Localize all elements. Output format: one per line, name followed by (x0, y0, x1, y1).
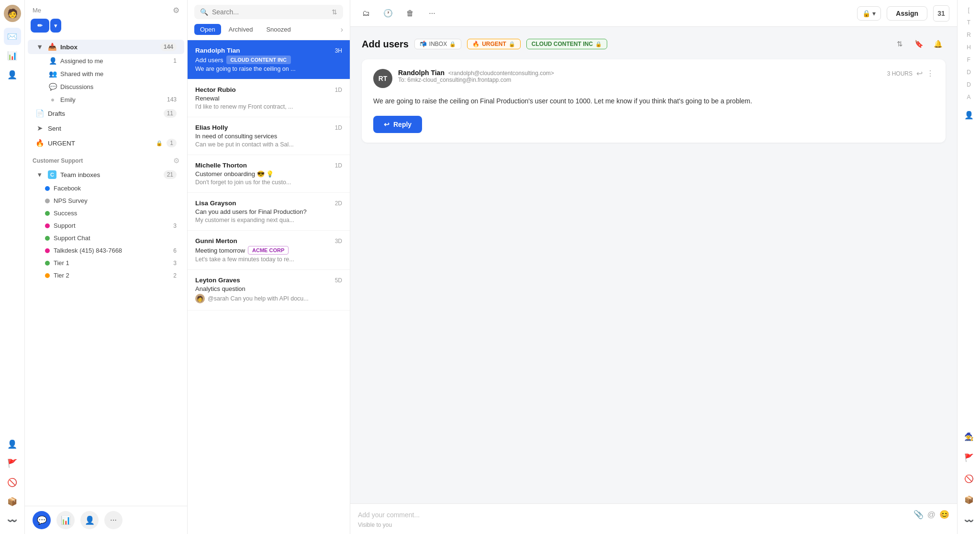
message-item[interactable]: Elias Holly 1D In need of consulting ser… (188, 117, 350, 155)
sender-name: Randolph Tian (398, 69, 445, 77)
chat-icon[interactable]: 💬 (33, 511, 51, 529)
msg-time: 1D (335, 162, 342, 169)
sidebar-item-emily[interactable]: ● Emily 143 (28, 93, 184, 106)
box-icon[interactable]: 📦 (4, 493, 21, 510)
filter-tab-archived[interactable]: Archived (223, 24, 259, 35)
lock-dropdown-button[interactable]: 🔒 ▾ (857, 6, 881, 21)
sidebar-item-urgent[interactable]: 🔥 URGENT 🔒 1 (28, 136, 184, 150)
sidebar-item-sent[interactable]: ➤ Sent (28, 121, 184, 135)
sidebar-item-team-inboxes[interactable]: ▾ C Team inboxes 21 (28, 167, 184, 182)
msg-subject-text: Can you add users for Final Production? (195, 208, 307, 215)
team-chevron-icon: ▾ (35, 170, 44, 179)
filter-tab-open[interactable]: Open (194, 24, 221, 35)
message-item[interactable]: Randolph Tian 3H Add usersCLOUD CONTENT … (188, 40, 350, 79)
circle-slash-icon[interactable]: 🚫 (4, 474, 21, 491)
flag-right-icon[interactable]: 🚩 (960, 449, 978, 466)
sidebar-item-support[interactable]: Support 3 (28, 220, 184, 232)
mention-icon[interactable]: @ (927, 510, 935, 520)
right-rail-letter-t[interactable]: T (958, 17, 980, 28)
contact-right-icon[interactable]: 👤 (960, 106, 978, 123)
avatar-right-icon[interactable]: 🧙 (960, 428, 978, 445)
msg-subject: Customer onboarding 😎 💡 (195, 170, 342, 178)
sidebar-item-assigned-to-me[interactable]: 👤 Assigned to me 1 (28, 55, 184, 67)
sidebar-item-talkdesk-(415)-843-7668[interactable]: Talkdesk (415) 843-7668 6 (28, 245, 184, 256)
msg-time: 3D (335, 238, 342, 245)
emoji-icon[interactable]: 😊 (939, 510, 949, 520)
right-rail-letter-[[interactable]: [ (958, 5, 980, 15)
no-circle-right-icon[interactable]: 🚫 (960, 470, 978, 487)
box-right-icon[interactable]: 📦 (960, 491, 978, 508)
right-rail-letter-f[interactable]: F (958, 55, 980, 65)
inbox-tag: 📬 INBOX 🔒 (414, 39, 461, 49)
sidebar-item-success[interactable]: Success (28, 207, 184, 219)
msg-sender: Lisa Grayson (195, 200, 236, 207)
preview-text: @sarah Can you help with API docu... (208, 295, 309, 302)
sort-icon[interactable]: ⇅ (332, 8, 337, 16)
sidebar-item-inbox[interactable]: ▾ 📥 Inbox 144 (28, 40, 184, 54)
filter-tab-snoozed[interactable]: Snoozed (260, 24, 296, 35)
right-rail-letter-r[interactable]: R (958, 30, 980, 40)
sidebar-item-discussions[interactable]: 💬 Discussions (28, 80, 184, 93)
more-icon[interactable]: ··· (104, 511, 122, 529)
message-item[interactable]: Michelle Thorton 1D Customer onboarding … (188, 155, 350, 193)
inbox-name: Talkdesk (415) 843-7668 (54, 247, 169, 254)
bar-chart-icon[interactable]: 📊 (56, 511, 75, 529)
reply-button[interactable]: ↩ Reply (373, 116, 422, 133)
message-list-panel: 🔍 ⇅ Open Archived Snoozed › Randolph Tia… (188, 0, 350, 534)
message-item[interactable]: Gunni Merton 3D Meeting tomorrowACME COR… (188, 231, 350, 270)
msg-sender: Leyton Graves (195, 277, 240, 284)
search-input[interactable] (212, 8, 328, 16)
waveform-icon[interactable]: 〰️ (4, 512, 21, 529)
msg-preview: 🧑 @sarah Can you help with API docu... (195, 294, 342, 303)
msg-preview: Don't forget to join us for the custo... (195, 179, 342, 186)
sidebar-item-facebook[interactable]: Facebook (28, 182, 184, 194)
assign-button[interactable]: Assign (887, 6, 927, 21)
msg-header: Leyton Graves 5D (195, 277, 342, 284)
sidebar-item-drafts[interactable]: 📄 Drafts 11 (28, 106, 184, 121)
msg-subject: Can you add users for Final Production? (195, 208, 342, 215)
right-rail-letter-d[interactable]: D (958, 79, 980, 90)
inbox-lock-icon: 🔒 (449, 41, 456, 47)
calendar-button[interactable]: 31 (933, 5, 949, 22)
right-rail-letter-a[interactable]: A (958, 92, 980, 102)
more-toolbar-icon[interactable]: ··· (424, 5, 440, 22)
filter-more-icon[interactable]: › (341, 25, 343, 34)
inbox-rail-icon[interactable]: ✉️ (4, 28, 21, 45)
message-item[interactable]: Hector Rubio 1D Renewal I'd like to rene… (188, 79, 350, 117)
paperclip-icon[interactable]: 📎 (913, 510, 924, 520)
flag-icon[interactable]: 🚩 (4, 455, 21, 472)
compose-button[interactable]: ✏ (31, 19, 49, 33)
msg-sender: Michelle Thorton (195, 162, 247, 169)
reply-quick-icon[interactable]: ↩ (916, 69, 923, 78)
archive-toolbar-icon[interactable]: 🗂 (358, 5, 374, 22)
sidebar-item-shared-with-me[interactable]: 👥 Shared with me (28, 67, 184, 80)
msg-preview: Let's take a few minutes today to re... (195, 256, 342, 263)
compose-dropdown-button[interactable]: ▾ (50, 19, 61, 33)
delete-toolbar-icon[interactable]: 🗑 (402, 5, 418, 22)
customer-support-settings-icon[interactable]: ⚙ (173, 156, 179, 165)
waveform-right-icon[interactable]: 〰️ (960, 512, 978, 529)
bell-icon[interactable]: 🔔 (930, 36, 946, 52)
contacts-bottom-icon[interactable]: 👤 (80, 511, 99, 529)
sidebar-item-tier-1[interactable]: Tier 1 3 (28, 257, 184, 269)
contacts-rail-icon[interactable]: 👤 (4, 66, 21, 83)
settings-icon[interactable]: ⚙ (173, 6, 179, 15)
more-email-icon[interactable]: ⋮ (926, 69, 934, 78)
person-icon[interactable]: 👤 (4, 435, 21, 453)
comment-input[interactable] (358, 511, 909, 519)
right-rail-letter-h[interactable]: H (958, 42, 980, 53)
msg-tag: ACME CORP (248, 246, 289, 255)
user-avatar[interactable]: 🧑 (4, 5, 21, 22)
up-down-icon[interactable]: ⇅ (892, 36, 907, 52)
stats-rail-icon[interactable]: 📊 (4, 47, 21, 64)
message-item[interactable]: Leyton Graves 5D Analytics question 🧑 @s… (188, 270, 350, 311)
bookmark-icon[interactable]: 🔖 (911, 36, 926, 52)
email-panel: 🗂 🕐 🗑 ··· 🔒 ▾ Assign 31 Add users 📬 INBO… (350, 0, 957, 534)
inbox-name: Facebook (54, 185, 177, 192)
clock-toolbar-icon[interactable]: 🕐 (380, 5, 396, 22)
sidebar-item-nps-survey[interactable]: NPS Survey (28, 195, 184, 207)
right-rail-letter-d[interactable]: D (958, 67, 980, 78)
message-item[interactable]: Lisa Grayson 2D Can you add users for Fi… (188, 193, 350, 231)
sidebar-item-support-chat[interactable]: Support Chat (28, 232, 184, 244)
sidebar-item-tier-2[interactable]: Tier 2 2 (28, 269, 184, 281)
